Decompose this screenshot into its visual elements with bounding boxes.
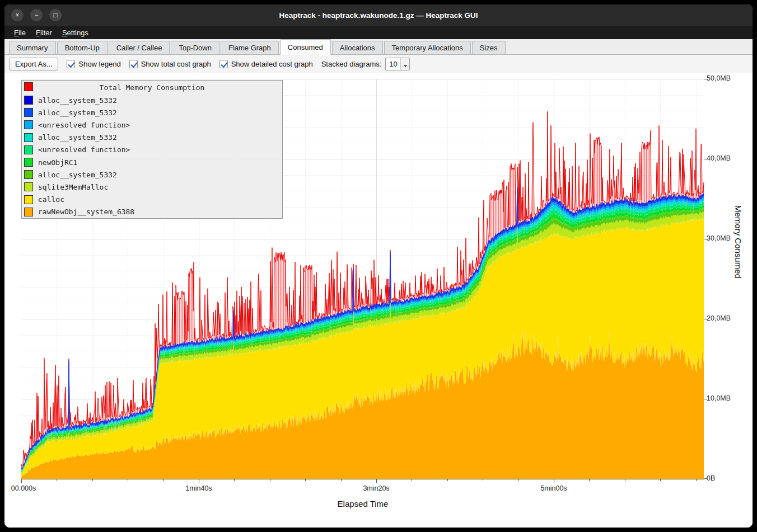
close-icon: × — [15, 12, 19, 18]
checkbox-label: Show detailed cost graph — [231, 60, 313, 68]
x-axis-tick-label: 00.000s — [11, 484, 36, 492]
show-total-cost-graph-checkbox[interactable]: Show total cost graph — [129, 60, 211, 68]
tab-summary[interactable]: Summary — [9, 41, 56, 54]
toolbar: Export As... Show legend Show total cost… — [4, 55, 753, 73]
y-axis-tick-label: 40,0MB — [707, 154, 731, 162]
tab-flame-graph[interactable]: Flame Graph — [221, 41, 279, 54]
legend-label: <unresolved function> — [38, 121, 130, 129]
legend-swatch — [24, 108, 33, 117]
legend-swatch — [24, 170, 33, 179]
checkbox-checked-icon — [67, 60, 75, 68]
legend-item: rawNewObj__system_6388 — [22, 206, 282, 218]
x-axis-tick-label: 1min40s — [185, 484, 212, 492]
legend-item: alloc__system_5332 — [22, 94, 282, 106]
menubar: File Filter Settings — [4, 26, 753, 39]
stacked-diagrams-value[interactable]: 10 — [386, 58, 400, 70]
legend-label: alloc__system_5332 — [38, 109, 117, 117]
x-axis-title: Elapsed Time — [338, 499, 389, 509]
y-axis-tick-label: 30,0MB — [707, 234, 731, 242]
maximize-button[interactable]: □ — [49, 9, 62, 21]
legend-swatch — [24, 133, 33, 142]
tab-caller-callee[interactable]: Caller / Callee — [109, 41, 170, 54]
tab-bottom-up[interactable]: Bottom-Up — [57, 41, 108, 54]
close-button[interactable]: × — [11, 9, 24, 21]
legend-swatch — [24, 96, 33, 105]
y-axis-tick-label: 20,0MB — [707, 314, 731, 322]
legend-label: alloc__system_5332 — [38, 171, 117, 179]
legend-swatch — [24, 120, 33, 129]
show-legend-checkbox[interactable]: Show legend — [67, 60, 120, 68]
legend-swatch — [24, 182, 33, 191]
legend-item: sqlite3MemMalloc — [22, 181, 282, 193]
menu-settings[interactable]: Settings — [57, 27, 94, 39]
legend-label: sqlite3MemMalloc — [38, 183, 108, 191]
heaptrack-window: × − □ Heaptrack - heaptrack.wakunode.1.g… — [4, 4, 753, 528]
x-axis-tick-label: 3min20s — [363, 484, 389, 492]
y-axis-tick-label: 10,0MB — [707, 394, 731, 402]
x-axis-tick-label: 5min00s — [540, 484, 567, 492]
legend-item: alloc__system_5332 — [22, 106, 282, 119]
legend-label: newObjRC1 — [38, 158, 77, 167]
y-axis-tick-label: 50,0MB — [707, 74, 731, 82]
tab-sizes[interactable]: Sizes — [472, 41, 506, 54]
legend-label: alloc__system_5332 — [38, 96, 117, 105]
legend-label: <unresolved function> — [38, 145, 130, 154]
minimize-icon: − — [34, 12, 38, 18]
y-axis-tick-label: 0B — [707, 474, 715, 482]
maximize-icon: □ — [53, 12, 57, 18]
legend-swatch — [24, 208, 33, 216]
legend-swatch — [24, 158, 33, 167]
titlebar[interactable]: × − □ Heaptrack - heaptrack.wakunode.1.g… — [4, 4, 753, 26]
legend-item: alloc__system_5332 — [22, 131, 282, 144]
menu-filter[interactable]: Filter — [31, 27, 57, 39]
show-detailed-cost-graph-checkbox[interactable]: Show detailed cost graph — [219, 60, 313, 68]
legend-label: calloc — [38, 195, 64, 204]
legend-item: alloc__system_5332 — [22, 168, 282, 181]
legend-title: Total Memory Consumption — [22, 83, 282, 92]
legend-title-swatch — [24, 82, 33, 91]
window-controls: × − □ — [11, 9, 62, 21]
legend-label: alloc__system_5332 — [38, 133, 117, 142]
legend-title-row: Total Memory Consumption — [22, 81, 282, 94]
chevron-down-icon — [404, 67, 407, 70]
legend-swatch — [24, 195, 33, 204]
spin-down-button[interactable] — [401, 67, 409, 70]
stacked-diagrams-spinner[interactable]: 10 — [385, 58, 410, 70]
tab-temporary-allocations[interactable]: Temporary Allocations — [384, 41, 471, 54]
legend-swatch — [24, 145, 33, 154]
checkbox-label: Show total cost graph — [141, 60, 211, 68]
checkbox-checked-icon — [129, 60, 138, 68]
stacked-diagrams-label: Stacked diagrams: — [321, 60, 382, 68]
tab-top-down[interactable]: Top-Down — [171, 41, 219, 54]
minimize-button[interactable]: − — [30, 9, 43, 21]
chart-legend: Total Memory Consumption alloc__system_5… — [21, 80, 283, 219]
checkbox-checked-icon — [219, 60, 228, 68]
legend-item: newObjRC1 — [22, 156, 282, 168]
export-as-button[interactable]: Export As... — [9, 58, 58, 70]
legend-item: calloc — [22, 194, 282, 206]
checkbox-label: Show legend — [78, 60, 120, 68]
tabbar: Summary Bottom-Up Caller / Callee Top-Do… — [4, 39, 753, 55]
legend-item: <unresolved function> — [22, 119, 282, 131]
consumed-chart-region: Total Memory Consumption alloc__system_5… — [4, 73, 753, 528]
legend-item: <unresolved function> — [22, 144, 282, 156]
tab-consumed[interactable]: Consumed — [280, 39, 331, 55]
window-title: Heaptrack - heaptrack.wakunode.1.gz — He… — [279, 11, 478, 20]
screen: { "window": { "title": "Heaptrack - heap… — [0, 0, 757, 532]
y-axis-title: Memory Consumed — [733, 205, 743, 362]
tab-allocations[interactable]: Allocations — [332, 41, 383, 54]
menu-file[interactable]: File — [9, 27, 31, 39]
legend-label: rawNewObj__system_6388 — [38, 208, 134, 216]
